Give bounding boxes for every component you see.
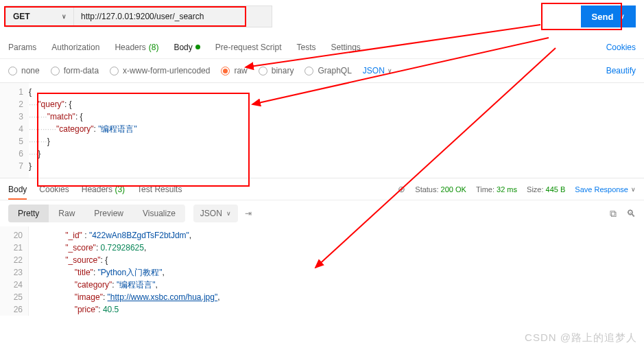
response-tabs: Body Cookies Headers (3) Test Results ⊕ … <box>0 178 644 200</box>
response-body[interactable]: 20212223242526 "_id" : "422wAn8BZgdTsF2b… <box>0 226 644 316</box>
copy-icon[interactable]: ⧉ <box>610 208 617 220</box>
request-body-editor[interactable]: 1234567 { ····"query": { ········"match"… <box>0 82 644 178</box>
send-button[interactable]: Send ∨ <box>581 5 636 27</box>
cookies-link[interactable]: Cookies <box>606 43 636 52</box>
chevron-down-icon: ∨ <box>387 67 392 74</box>
size-label: Size: 445 B <box>527 185 565 194</box>
radio-urlencoded[interactable]: x-www-form-urlencoded <box>110 66 210 75</box>
view-visualize[interactable]: Visualize <box>133 205 185 222</box>
status-label: Status: 200 OK <box>415 185 466 194</box>
radio-graphql[interactable]: GraphQL <box>305 66 351 75</box>
tab-params[interactable]: Params <box>8 43 36 52</box>
tab-headers[interactable]: Headers (8) <box>115 43 158 52</box>
resp-tab-body[interactable]: Body <box>8 185 27 200</box>
chevron-down-icon: ∨ <box>631 186 636 193</box>
request-tabs: Params Authorization Headers (8) Body Pr… <box>0 36 644 59</box>
radio-binary[interactable]: binary <box>259 66 294 75</box>
wrap-icon[interactable]: ⇥ <box>245 209 252 218</box>
resp-tab-test-results[interactable]: Test Results <box>137 185 182 194</box>
tab-body[interactable]: Body <box>174 43 200 52</box>
chevron-down-icon: ∨ <box>620 13 625 20</box>
view-preview[interactable]: Preview <box>84 205 133 222</box>
search-icon[interactable]: 🔍︎ <box>626 208 636 220</box>
response-lang-select[interactable]: JSON ∨ <box>193 205 238 222</box>
dot-icon <box>195 45 200 49</box>
line-gutter: 20212223242526 <box>0 226 29 316</box>
code-area: "_id" : "422wAn8BZgdTsF2btJdm", "_score"… <box>29 226 644 316</box>
time-label: Time: 32 ms <box>476 185 517 194</box>
body-format-row: none form-data x-www-form-urlencoded raw… <box>0 59 644 82</box>
resp-tab-headers[interactable]: Headers (3) <box>82 185 125 194</box>
chevron-down-icon: ∨ <box>62 13 67 20</box>
tab-settings[interactable]: Settings <box>331 43 361 52</box>
view-raw[interactable]: Raw <box>49 205 84 222</box>
beautify-link[interactable]: Beautify <box>606 66 636 75</box>
globe-icon: ⊕ <box>398 184 405 194</box>
view-pretty[interactable]: Pretty <box>8 205 49 222</box>
chevron-down-icon: ∨ <box>226 210 231 217</box>
radio-form-data[interactable]: form-data <box>51 66 99 75</box>
radio-raw[interactable]: raw <box>221 66 247 75</box>
http-method-select[interactable]: GET ∨ <box>5 5 74 27</box>
url-input[interactable] <box>74 5 272 27</box>
raw-lang-select[interactable]: JSON ∨ <box>363 66 392 75</box>
save-response-link[interactable]: Save Response ∨ <box>575 185 636 194</box>
radio-none[interactable]: none <box>8 66 40 75</box>
tab-authorization[interactable]: Authorization <box>51 43 99 52</box>
tab-tests[interactable]: Tests <box>296 43 315 52</box>
resp-tab-cookies[interactable]: Cookies <box>39 185 69 194</box>
watermark: CSDN @路上的追梦人 <box>525 331 637 345</box>
tab-pre-request[interactable]: Pre-request Script <box>215 43 282 52</box>
method-label: GET <box>13 12 30 21</box>
response-tools: Pretty Raw Preview Visualize JSON ∨ ⇥ ⧉ … <box>0 200 644 226</box>
code-area[interactable]: { ····"query": { ········"match": { ····… <box>29 83 644 178</box>
line-gutter: 1234567 <box>0 83 29 178</box>
view-mode-segment: Pretty Raw Preview Visualize <box>8 205 185 222</box>
